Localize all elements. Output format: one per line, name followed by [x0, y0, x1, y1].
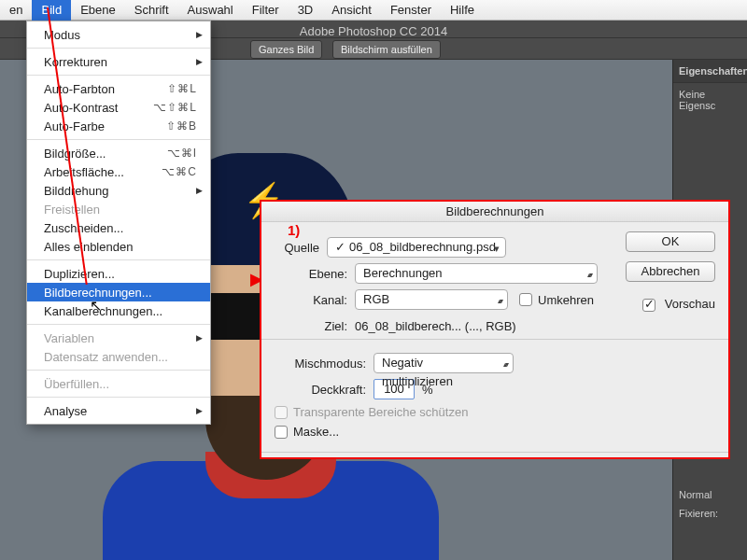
- fit-image-button[interactable]: Ganzes Bild: [250, 40, 322, 59]
- dialog-title: Bildberechnungen: [261, 202, 728, 222]
- menu-entry-4[interactable]: Auto-Farbton⇧⌘L: [27, 79, 210, 98]
- menu-item-schrift[interactable]: Schrift: [125, 0, 178, 21]
- preview-label: Vorschau: [665, 297, 715, 311]
- menu-entry-19: Variablen: [27, 329, 210, 347]
- blend-select[interactable]: Negativ multiplizieren: [374, 353, 514, 373]
- menu-entry-24[interactable]: Analyse: [27, 401, 210, 420]
- properties-empty-text: Keine Eigensc: [673, 83, 747, 117]
- invert-label: Umkehren: [538, 293, 594, 307]
- blend-mode-value[interactable]: Normal: [679, 489, 712, 500]
- menu-item-bild[interactable]: Bild: [32, 0, 71, 21]
- menu-item-en[interactable]: en: [0, 0, 32, 21]
- menu-entry-22: Überfüllen...: [27, 374, 210, 393]
- menu-entry-2[interactable]: Korrekturen: [27, 52, 210, 71]
- opacity-label: Deckkraft:: [275, 383, 366, 397]
- menu-entry-10[interactable]: Bilddrehung: [27, 181, 210, 200]
- preview-checkbox[interactable]: [642, 299, 655, 312]
- properties-panel-title: Eigenschaften: [673, 60, 747, 83]
- menu-entry-5[interactable]: Auto-Kontrast⌥⇧⌘L: [27, 98, 210, 117]
- menu-item-filter[interactable]: Filter: [243, 0, 289, 21]
- menu-entry-16[interactable]: Bildberechnungen...: [27, 283, 210, 301]
- target-label: Ziel:: [275, 319, 347, 333]
- channel-label: Kanal:: [275, 293, 347, 307]
- menu-entry-8[interactable]: Bildgröße...⌥⌘I: [27, 144, 210, 162]
- channel-select[interactable]: RGB: [355, 289, 508, 310]
- target-value: 06_08_bildberech... (..., RGB): [355, 319, 516, 333]
- transparent-label: Transparente Bereiche schützen: [293, 405, 468, 419]
- menu-item-hilfe[interactable]: Hilfe: [441, 0, 484, 21]
- layer-select[interactable]: Berechnungen: [355, 263, 598, 284]
- menu-item-ansicht[interactable]: Ansicht: [322, 0, 381, 21]
- transparent-checkbox: [275, 406, 288, 419]
- lock-label: Fixieren:: [679, 508, 718, 519]
- menu-bar: en Bild Ebene Schrift Auswahl Filter 3D …: [0, 0, 747, 21]
- menu-entry-11: Freistellen: [27, 200, 210, 218]
- layer-label: Ebene:: [275, 267, 347, 281]
- menu-entry-13[interactable]: Alles einblenden: [27, 237, 210, 256]
- menu-item-fenster[interactable]: Fenster: [381, 0, 441, 21]
- menu-item-ebene[interactable]: Ebene: [71, 0, 125, 21]
- ok-button[interactable]: OK: [626, 231, 715, 252]
- bildberechnungen-dialog: Bildberechnungen OK Abbrechen Vorschau Q…: [260, 200, 730, 459]
- mask-checkbox[interactable]: [275, 426, 288, 439]
- menu-entry-12[interactable]: Zuschneiden...: [27, 218, 210, 237]
- fit-screen-button[interactable]: Bildschirm ausfüllen: [332, 40, 441, 59]
- source-select[interactable]: ✓06_08_bildberechnung.psd: [327, 237, 506, 258]
- blend-label: Mischmodus:: [275, 357, 366, 371]
- bild-menu-dropdown: ModusKorrekturenAuto-Farbton⇧⌘LAuto-Kont…: [26, 21, 211, 425]
- menu-entry-0[interactable]: Modus: [27, 25, 210, 44]
- menu-entry-17[interactable]: Kanalberechnungen...: [27, 301, 210, 320]
- invert-checkbox[interactable]: [519, 293, 532, 306]
- menu-entry-6[interactable]: Auto-Farbe⇧⌘B: [27, 117, 210, 135]
- cancel-button[interactable]: Abbrechen: [626, 261, 715, 282]
- menu-entry-9[interactable]: Arbeitsfläche...⌥⌘C: [27, 162, 210, 181]
- source-label: Quelle: [275, 241, 319, 255]
- menu-entry-15[interactable]: Duplizieren...: [27, 264, 210, 283]
- menu-item-3d[interactable]: 3D: [289, 0, 323, 21]
- menu-entry-20: Datensatz anwenden...: [27, 347, 210, 366]
- mask-label: Maske...: [293, 425, 339, 439]
- menu-item-auswahl[interactable]: Auswahl: [178, 0, 243, 21]
